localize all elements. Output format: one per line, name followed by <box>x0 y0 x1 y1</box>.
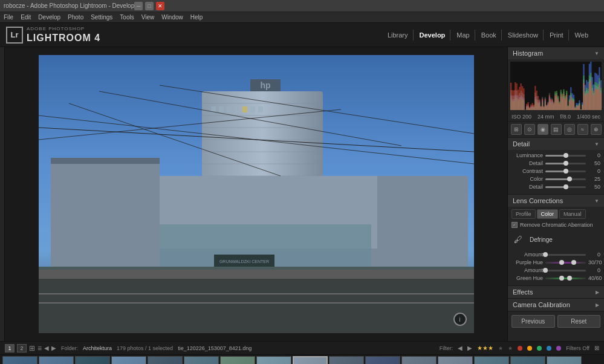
purple-hue-track[interactable] <box>545 262 586 264</box>
film-thumb-4[interactable] <box>111 356 146 365</box>
view-1-button[interactable]: 1 <box>5 344 15 353</box>
green-amount-thumb[interactable] <box>543 268 548 273</box>
film-thumb-9[interactable] <box>293 356 328 365</box>
film-thumb-7[interactable] <box>220 356 255 365</box>
film-thumb-3[interactable] <box>75 356 110 365</box>
nav-web[interactable]: Web <box>570 30 593 41</box>
noise-detail-track[interactable] <box>545 163 586 164</box>
luminance-thumb[interactable] <box>563 153 568 158</box>
svg-rect-23 <box>242 106 247 112</box>
histogram-header[interactable]: Histogram ▼ <box>508 47 604 59</box>
nav-book[interactable]: Book <box>476 30 502 41</box>
menu-file[interactable]: File <box>4 14 13 21</box>
detail-header[interactable]: Detail ▼ <box>508 138 604 150</box>
filter-prev-icon[interactable]: ◀ <box>458 345 463 351</box>
nav-next-icon[interactable]: ▶ <box>51 345 56 351</box>
purple-hue-thumb-right[interactable] <box>571 260 576 265</box>
color-blue[interactable] <box>547 346 551 351</box>
svg-rect-25 <box>258 106 263 112</box>
lens-corrections-header[interactable]: Lens Corrections ▼ <box>508 195 604 207</box>
film-thumb-8[interactable] <box>256 356 291 365</box>
film-thumb-15[interactable] <box>510 356 545 365</box>
list-view-icon[interactable]: ≡ <box>37 344 42 353</box>
adjustment-brush-tool[interactable]: ≈ <box>577 124 588 135</box>
green-hue-thumb-left[interactable] <box>559 276 564 281</box>
filter-next-icon[interactable]: ▶ <box>467 345 472 351</box>
view-2-button[interactable]: 2 <box>17 344 27 353</box>
menu-settings[interactable]: Settings <box>91 14 112 21</box>
color-detail-thumb[interactable] <box>563 184 568 189</box>
tab-color[interactable]: Color <box>537 209 559 219</box>
nav-library[interactable]: Library <box>383 30 414 41</box>
film-thumb-16[interactable] <box>547 356 582 365</box>
lens-corrections-collapse-icon: ▼ <box>594 198 599 204</box>
nav-print[interactable]: Print <box>545 30 569 41</box>
reset-button[interactable]: Reset <box>557 315 601 328</box>
color-detail-label: Detail <box>511 184 543 190</box>
crop-tool[interactable]: ⊞ <box>511 124 522 135</box>
titlebar-title: robocze - Adobe Photoshop Lightroom - De… <box>4 2 134 9</box>
color-purple[interactable] <box>556 346 561 351</box>
menu-edit[interactable]: Edit <box>21 14 31 21</box>
red-eye-tool[interactable]: ◉ <box>537 124 548 135</box>
nav-prev-icon[interactable]: ◀ <box>44 345 49 351</box>
color-red[interactable] <box>518 346 522 351</box>
menu-photo[interactable]: Photo <box>68 14 83 21</box>
remove-ca-checkbox[interactable]: ✓ <box>511 222 518 228</box>
tab-manual[interactable]: Manual <box>559 209 586 219</box>
film-thumb-1[interactable] <box>2 356 37 365</box>
menubar: File Edit Develop Photo Settings Tools V… <box>0 12 604 23</box>
maximize-button[interactable]: □ <box>145 2 154 10</box>
film-thumb-11[interactable] <box>365 356 400 365</box>
info-badge[interactable]: i <box>453 313 467 326</box>
histogram-canvas <box>510 62 602 110</box>
menu-tools[interactable]: Tools <box>120 14 134 21</box>
noise-detail-thumb[interactable] <box>563 161 568 166</box>
graduated-filter-tool[interactable]: ▤ <box>551 124 562 135</box>
spot-removal-tool[interactable]: ⊙ <box>524 124 535 135</box>
close-button[interactable]: ✕ <box>156 2 164 10</box>
film-thumb-10[interactable] <box>329 356 364 365</box>
effects-header[interactable]: Effects ▶ <box>508 286 604 298</box>
luminance-track[interactable] <box>545 155 586 157</box>
color-sampler-tool[interactable]: ⊕ <box>591 124 602 135</box>
filmstrip-toggle-icon[interactable]: ⊠ <box>594 345 599 351</box>
color-label: Color <box>511 176 543 182</box>
menu-develop[interactable]: Develop <box>38 14 60 21</box>
menu-help[interactable]: Help <box>190 14 203 21</box>
purple-amount-track[interactable] <box>545 254 586 256</box>
film-thumb-13[interactable] <box>438 356 473 365</box>
film-thumb-2[interactable] <box>39 356 74 365</box>
green-hue-thumb-right[interactable] <box>567 276 572 281</box>
green-hue-track[interactable] <box>545 278 586 279</box>
radial-filter-tool[interactable]: ◎ <box>564 124 575 135</box>
nav-map[interactable]: Map <box>452 30 475 41</box>
color-track[interactable] <box>545 178 586 180</box>
color-thumb[interactable] <box>567 177 572 181</box>
color-orange[interactable] <box>527 346 532 351</box>
previous-button[interactable]: Previous <box>511 315 555 328</box>
purple-hue-thumb-left[interactable] <box>559 260 564 265</box>
lens-corrections-section: Lens Corrections ▼ Profile Color Manual … <box>508 195 604 286</box>
film-thumb-14[interactable] <box>474 356 509 365</box>
camera-calibration-header[interactable]: Camera Calibration ▶ <box>508 299 604 311</box>
menu-view[interactable]: View <box>141 14 155 21</box>
contrast-thumb[interactable] <box>563 169 568 174</box>
contrast-track[interactable] <box>545 171 586 172</box>
film-thumb-5[interactable] <box>148 356 183 365</box>
color-green[interactable] <box>537 346 542 351</box>
menu-window[interactable]: Window <box>161 14 183 21</box>
histogram-iso: ISO 200 <box>511 114 531 120</box>
purple-amount-thumb[interactable] <box>543 252 548 257</box>
eyedropper-icon[interactable]: 🖋 <box>511 232 525 247</box>
nav-develop[interactable]: Develop <box>415 30 451 41</box>
star-rating[interactable]: ★★★ <box>477 345 493 351</box>
green-amount-track[interactable] <box>545 270 586 271</box>
film-thumb-6[interactable] <box>184 356 219 365</box>
nav-slideshow[interactable]: Slideshow <box>503 30 544 41</box>
tab-profile[interactable]: Profile <box>511 209 536 219</box>
grid-view-icon[interactable]: ⊞ <box>29 344 35 353</box>
color-detail-track[interactable] <box>545 186 586 188</box>
film-thumb-12[interactable] <box>401 356 437 365</box>
minimize-button[interactable]: ─ <box>134 2 143 10</box>
